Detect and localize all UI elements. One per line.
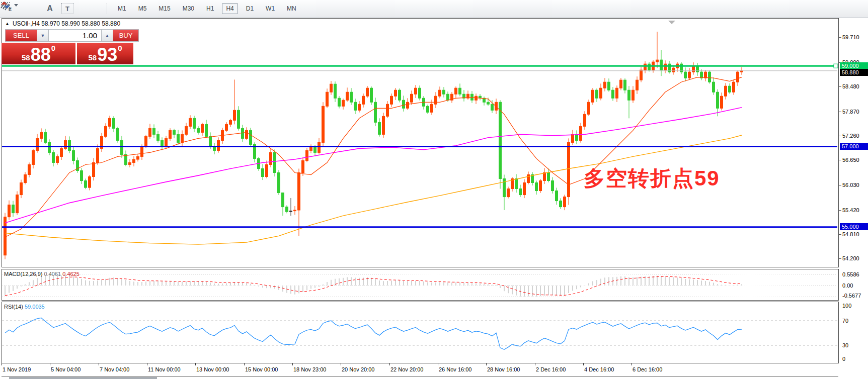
macd-label: MACD(12,26,9) 0.4061 0.4625 <box>4 271 80 277</box>
time-tick <box>195 363 196 365</box>
down-arrow-marker <box>668 21 675 24</box>
price-tick <box>839 258 841 259</box>
time-tick <box>99 363 99 365</box>
price-label: 58.480 <box>842 83 859 89</box>
symbol-ohlc-text: USOil-,H4 58.970 58.990 58.880 58.880 <box>13 20 120 27</box>
sell-price-tile[interactable]: 58 88 0 <box>2 43 75 64</box>
time-label: 4 Dec 16:00 <box>584 366 614 372</box>
buy-price-tile[interactable]: 58 93 0 <box>77 43 133 64</box>
rsi-value: 59.0035 <box>25 304 45 310</box>
time-label: 28 Nov 16:00 <box>487 366 520 372</box>
time-label: 26 Nov 16:00 <box>439 366 471 372</box>
time-label: 15 Nov 00:00 <box>245 366 278 372</box>
price-label: 55.420 <box>842 207 859 213</box>
rsi-scale-label: 100 <box>842 303 851 309</box>
time-tick <box>535 363 535 365</box>
horizontal-scrollbar-thumb[interactable] <box>9 377 157 379</box>
mt4-chart-window: E F A T M1M5M15M30H1H4D1W1MN <box>0 0 868 379</box>
time-tick <box>292 363 293 365</box>
price-label: 57.260 <box>842 133 859 139</box>
price-tick <box>839 37 841 38</box>
price-badge: 57.000 <box>840 143 868 150</box>
time-label: 7 Nov 04:00 <box>100 366 129 372</box>
price-label: 56.030 <box>842 182 859 188</box>
time-tick <box>438 363 438 365</box>
price-badge: 58.880 <box>840 69 868 76</box>
buy-price-big: 93 <box>97 46 117 63</box>
time-label: 11 Nov 00:00 <box>148 366 181 372</box>
time-tick <box>341 363 341 365</box>
rsi-layer <box>2 318 837 349</box>
price-label: 54.200 <box>842 255 859 261</box>
time-tick <box>632 363 632 365</box>
time-label: 20 Nov 20:00 <box>342 366 374 372</box>
time-label: 13 Nov 00:00 <box>196 366 229 372</box>
time-label: 2 Dec 16:00 <box>536 366 566 372</box>
rsi-scale-label: 70 <box>842 318 848 324</box>
price-tick <box>839 136 841 136</box>
time-tick <box>50 363 50 365</box>
macd-value-main: 0.4061 <box>44 271 61 277</box>
chart-annotation-text: 多空转折点59 <box>584 164 720 193</box>
time-tick <box>583 363 584 365</box>
price-tick <box>839 86 841 87</box>
price-tick <box>839 210 841 211</box>
time-label: 22 Nov 20:00 <box>390 366 423 372</box>
price-tick <box>839 112 841 112</box>
sell-button[interactable]: SELL <box>5 29 37 42</box>
macd-layer <box>2 274 837 297</box>
rsi-scale-label: 30 <box>842 342 848 348</box>
time-label: 6 Dec 16:00 <box>633 366 662 372</box>
price-badge: 59.000 <box>840 62 868 69</box>
collapse-triangle-icon[interactable]: ▲ <box>5 21 10 26</box>
buy-price-sup: 0 <box>118 44 122 52</box>
sell-price-big: 88 <box>31 46 51 63</box>
price-label: 57.870 <box>842 109 859 115</box>
time-tick <box>244 363 245 365</box>
time-tick <box>486 363 487 365</box>
trade-panel: SELL ▼ 1.00 ▲ BUY <box>5 29 139 42</box>
price-badge: 55.000 <box>840 223 868 230</box>
price-tick <box>839 160 841 160</box>
macd-value-signal: 0.4625 <box>62 271 80 277</box>
price-tick <box>839 234 841 235</box>
buy-button[interactable]: BUY <box>113 29 139 42</box>
rsi-scale-label: 0 <box>842 356 845 362</box>
sell-price-sup: 0 <box>51 44 55 52</box>
volume-input[interactable]: 1.00 <box>49 29 101 42</box>
buy-price-small: 58 <box>88 53 97 62</box>
time-label: 18 Nov 23:00 <box>293 366 326 372</box>
volume-decrease-button[interactable]: ▼ <box>37 29 49 42</box>
time-tick <box>2 363 2 365</box>
time-tick <box>147 363 147 365</box>
symbol-title: ▲ USOil-,H4 58.970 58.990 58.880 58.880 <box>5 20 120 27</box>
time-label: 5 Nov 04:00 <box>51 366 81 372</box>
price-label: 56.650 <box>842 157 859 163</box>
price-tick <box>839 185 841 185</box>
sell-price-small: 58 <box>22 53 30 62</box>
price-label: 54.810 <box>842 231 859 237</box>
price-label: 59.710 <box>842 34 859 40</box>
rsi-label: RSI(14) 59.0035 <box>4 304 45 310</box>
time-tick <box>389 363 390 365</box>
macd-scale-label: 0.00 <box>842 282 853 289</box>
volume-increase-button[interactable]: ▲ <box>101 29 113 42</box>
time-label: 1 Nov 2019 <box>3 366 31 372</box>
macd-scale-label: -0.5677 <box>842 293 861 299</box>
macd-scale-label: 0.5586 <box>842 271 859 277</box>
